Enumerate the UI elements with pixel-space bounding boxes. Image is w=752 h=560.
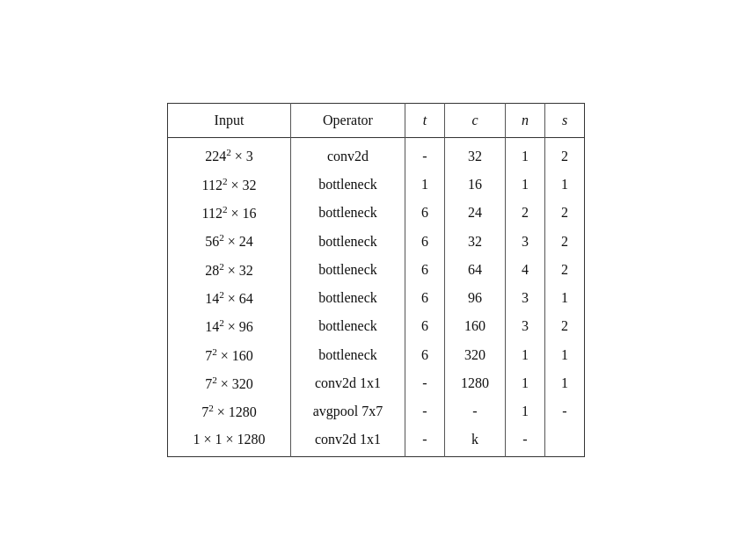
cell-input: 72 × 320 [168,369,291,397]
header-row: Input Operator t c n s [168,104,585,138]
cell-n: 3 [506,227,545,255]
table-row: 2242 × 3conv2d-3212 [168,138,585,171]
cell-n: 1 [506,138,545,171]
header-t: t [405,104,445,138]
cell-operator: bottleneck [291,284,405,312]
table-row: 142 × 96bottleneck616032 [168,312,585,340]
cell-c: 160 [445,312,506,340]
table-row: 282 × 32bottleneck66442 [168,256,585,284]
cell-t: 6 [405,227,445,255]
cell-c: 96 [445,284,506,312]
cell-t: - [405,138,445,171]
cell-n: 1 [506,397,545,425]
cell-c: k [445,426,506,457]
cell-operator: bottleneck [291,341,405,369]
header-operator: Operator [291,104,405,138]
cell-s: 1 [545,341,585,369]
cell-t: - [405,426,445,457]
cell-t: - [405,369,445,397]
cell-c: 24 [445,199,506,227]
cell-c: 64 [445,256,506,284]
cell-s: 2 [545,312,585,340]
cell-n: 1 [506,341,545,369]
cell-n: 4 [506,256,545,284]
cell-input: 72 × 1280 [168,397,291,425]
cell-s: 1 [545,369,585,397]
cell-n: 2 [506,199,545,227]
cell-input: 2242 × 3 [168,138,291,171]
cell-t: 6 [405,312,445,340]
header-s: s [545,104,585,138]
table-row: 1122 × 32bottleneck11611 [168,171,585,199]
table-row: 562 × 24bottleneck63232 [168,227,585,255]
cell-n: 1 [506,171,545,199]
cell-operator: bottleneck [291,171,405,199]
cell-s: 2 [545,227,585,255]
table-row: 1 × 1 × 1280conv2d 1x1-k- [168,426,585,457]
cell-s: - [545,397,585,425]
cell-t: 1 [405,171,445,199]
table-row: 142 × 64bottleneck69631 [168,284,585,312]
cell-operator: bottleneck [291,256,405,284]
cell-input: 1122 × 16 [168,199,291,227]
header-n: n [506,104,545,138]
cell-c: 320 [445,341,506,369]
cell-n: 3 [506,312,545,340]
table-row: 72 × 160bottleneck632011 [168,341,585,369]
cell-t: 6 [405,284,445,312]
header-input: Input [168,104,291,138]
cell-s [545,426,585,457]
cell-t: 6 [405,199,445,227]
cell-operator: bottleneck [291,199,405,227]
cell-operator: bottleneck [291,227,405,255]
cell-input: 72 × 160 [168,341,291,369]
cell-operator: conv2d [291,138,405,171]
cell-s: 2 [545,199,585,227]
table-row: 1122 × 16bottleneck62422 [168,199,585,227]
cell-s: 1 [545,284,585,312]
cell-n: 3 [506,284,545,312]
cell-input: 142 × 96 [168,312,291,340]
cell-operator: avgpool 7x7 [291,397,405,425]
cell-s: 1 [545,171,585,199]
cell-c: 16 [445,171,506,199]
cell-operator: conv2d 1x1 [291,426,405,457]
table-row: 72 × 1280avgpool 7x7--1- [168,397,585,425]
header-c: c [445,104,506,138]
cell-input: 1 × 1 × 1280 [168,426,291,457]
cell-s: 2 [545,138,585,171]
cell-s: 2 [545,256,585,284]
cell-input: 562 × 24 [168,227,291,255]
cell-n: 1 [506,369,545,397]
cell-n: - [506,426,545,457]
cell-operator: conv2d 1x1 [291,369,405,397]
cell-input: 142 × 64 [168,284,291,312]
cell-c: 32 [445,138,506,171]
cell-t: 6 [405,341,445,369]
cell-input: 1122 × 32 [168,171,291,199]
cell-input: 282 × 32 [168,256,291,284]
cell-operator: bottleneck [291,312,405,340]
cell-c: 32 [445,227,506,255]
cell-t: - [405,397,445,425]
cell-c: - [445,397,506,425]
cell-t: 6 [405,256,445,284]
cell-c: 1280 [445,369,506,397]
architecture-table: Input Operator t c n s 2242 × 3conv2d-32… [167,103,585,456]
table-row: 72 × 320conv2d 1x1-128011 [168,369,585,397]
